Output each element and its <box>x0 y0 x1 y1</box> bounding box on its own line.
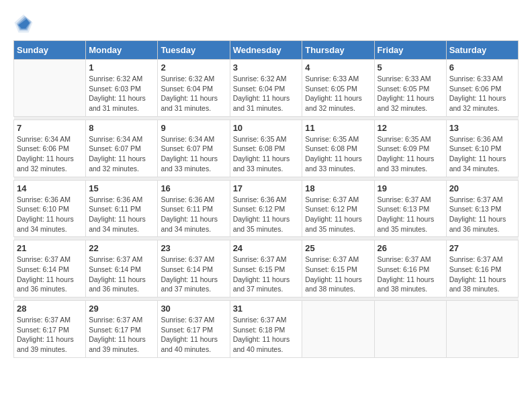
calendar-cell: 28Sunrise: 6:37 AMSunset: 6:17 PMDayligh… <box>14 301 86 358</box>
calendar-cell: 21Sunrise: 6:37 AMSunset: 6:14 PMDayligh… <box>14 240 86 298</box>
day-info: Sunrise: 6:34 AMSunset: 6:07 PMDaylight:… <box>89 134 154 174</box>
calendar-cell: 18Sunrise: 6:37 AMSunset: 6:12 PMDayligh… <box>302 180 374 237</box>
day-info: Sunrise: 6:32 AMSunset: 6:04 PMDaylight:… <box>233 74 300 113</box>
day-number: 30 <box>161 304 226 314</box>
logo-icon <box>13 13 34 34</box>
calendar-cell: 23Sunrise: 6:37 AMSunset: 6:14 PMDayligh… <box>158 240 230 298</box>
calendar-cell <box>374 301 446 358</box>
calendar-week-row: 21Sunrise: 6:37 AMSunset: 6:14 PMDayligh… <box>14 240 519 298</box>
calendar-cell: 27Sunrise: 6:37 AMSunset: 6:16 PMDayligh… <box>446 240 518 298</box>
calendar-cell <box>14 60 86 117</box>
day-number: 17 <box>233 183 300 193</box>
day-number: 25 <box>305 243 371 253</box>
calendar-week-row: 28Sunrise: 6:37 AMSunset: 6:17 PMDayligh… <box>14 301 519 358</box>
calendar-cell: 13Sunrise: 6:36 AMSunset: 6:10 PMDayligh… <box>446 120 518 177</box>
calendar-cell: 12Sunrise: 6:35 AMSunset: 6:09 PMDayligh… <box>374 120 446 177</box>
day-number: 15 <box>89 183 154 193</box>
day-number: 3 <box>233 62 300 73</box>
day-info: Sunrise: 6:36 AMSunset: 6:11 PMDaylight:… <box>89 195 154 234</box>
day-number: 16 <box>161 183 226 193</box>
calendar-cell: 31Sunrise: 6:37 AMSunset: 6:18 PMDayligh… <box>230 301 302 358</box>
day-number: 26 <box>378 243 443 253</box>
calendar-cell: 16Sunrise: 6:36 AMSunset: 6:11 PMDayligh… <box>158 180 230 237</box>
day-number: 1 <box>89 62 154 73</box>
day-info: Sunrise: 6:35 AMSunset: 6:08 PMDaylight:… <box>233 134 300 174</box>
day-number: 11 <box>305 123 371 133</box>
calendar-week-row: 7Sunrise: 6:34 AMSunset: 6:06 PMDaylight… <box>14 120 519 177</box>
day-info: Sunrise: 6:37 AMSunset: 6:17 PMDaylight:… <box>17 315 83 355</box>
calendar-cell: 7Sunrise: 6:34 AMSunset: 6:06 PMDaylight… <box>14 120 86 177</box>
day-info: Sunrise: 6:32 AMSunset: 6:03 PMDaylight:… <box>89 74 154 113</box>
day-info: Sunrise: 6:37 AMSunset: 6:16 PMDaylight:… <box>378 255 443 294</box>
day-info: Sunrise: 6:37 AMSunset: 6:15 PMDaylight:… <box>233 255 300 294</box>
day-info: Sunrise: 6:33 AMSunset: 6:05 PMDaylight:… <box>378 74 443 113</box>
day-info: Sunrise: 6:37 AMSunset: 6:18 PMDaylight:… <box>233 315 300 355</box>
day-info: Sunrise: 6:34 AMSunset: 6:07 PMDaylight:… <box>161 134 226 174</box>
day-number: 31 <box>233 304 300 314</box>
day-info: Sunrise: 6:32 AMSunset: 6:04 PMDaylight:… <box>161 74 226 113</box>
day-info: Sunrise: 6:37 AMSunset: 6:17 PMDaylight:… <box>89 315 154 355</box>
day-info: Sunrise: 6:37 AMSunset: 6:14 PMDaylight:… <box>161 255 226 294</box>
calendar-cell: 17Sunrise: 6:36 AMSunset: 6:12 PMDayligh… <box>230 180 302 237</box>
day-info: Sunrise: 6:36 AMSunset: 6:10 PMDaylight:… <box>17 195 83 234</box>
calendar-cell: 14Sunrise: 6:36 AMSunset: 6:10 PMDayligh… <box>14 180 86 237</box>
day-number: 6 <box>449 62 515 73</box>
day-number: 7 <box>17 123 83 133</box>
day-info: Sunrise: 6:37 AMSunset: 6:16 PMDaylight:… <box>449 255 515 294</box>
weekday-header-sunday: Sunday <box>14 41 86 60</box>
weekday-header-row: SundayMondayTuesdayWednesdayThursdayFrid… <box>14 41 519 60</box>
calendar-cell: 6Sunrise: 6:33 AMSunset: 6:06 PMDaylight… <box>446 60 518 117</box>
calendar-cell: 5Sunrise: 6:33 AMSunset: 6:05 PMDaylight… <box>374 60 446 117</box>
day-number: 21 <box>17 243 83 253</box>
weekday-header-saturday: Saturday <box>446 41 518 60</box>
day-number: 10 <box>233 123 300 133</box>
weekday-header-thursday: Thursday <box>302 41 374 60</box>
calendar-week-row: 1Sunrise: 6:32 AMSunset: 6:03 PMDaylight… <box>14 60 519 117</box>
calendar-cell: 26Sunrise: 6:37 AMSunset: 6:16 PMDayligh… <box>374 240 446 298</box>
day-info: Sunrise: 6:36 AMSunset: 6:11 PMDaylight:… <box>161 195 226 234</box>
calendar-week-row: 14Sunrise: 6:36 AMSunset: 6:10 PMDayligh… <box>14 180 519 237</box>
weekday-header-friday: Friday <box>374 41 446 60</box>
day-info: Sunrise: 6:34 AMSunset: 6:06 PMDaylight:… <box>17 134 83 174</box>
calendar-cell: 8Sunrise: 6:34 AMSunset: 6:07 PMDaylight… <box>86 120 158 177</box>
day-number: 18 <box>305 183 371 193</box>
calendar-cell: 11Sunrise: 6:35 AMSunset: 6:08 PMDayligh… <box>302 120 374 177</box>
day-number: 8 <box>89 123 154 133</box>
calendar-cell: 15Sunrise: 6:36 AMSunset: 6:11 PMDayligh… <box>86 180 158 237</box>
day-info: Sunrise: 6:37 AMSunset: 6:15 PMDaylight:… <box>305 255 371 294</box>
day-info: Sunrise: 6:37 AMSunset: 6:14 PMDaylight:… <box>17 255 83 294</box>
day-number: 29 <box>89 304 154 314</box>
logo <box>13 13 36 34</box>
day-info: Sunrise: 6:33 AMSunset: 6:05 PMDaylight:… <box>305 74 371 113</box>
day-number: 13 <box>449 123 515 133</box>
day-number: 28 <box>17 304 83 314</box>
calendar-cell: 19Sunrise: 6:37 AMSunset: 6:13 PMDayligh… <box>374 180 446 237</box>
day-number: 14 <box>17 183 83 193</box>
day-info: Sunrise: 6:37 AMSunset: 6:17 PMDaylight:… <box>161 315 226 355</box>
day-number: 27 <box>449 243 515 253</box>
calendar-cell <box>302 301 374 358</box>
day-number: 2 <box>161 62 226 73</box>
calendar-cell <box>446 301 518 358</box>
day-info: Sunrise: 6:36 AMSunset: 6:12 PMDaylight:… <box>233 195 300 234</box>
calendar-cell: 25Sunrise: 6:37 AMSunset: 6:15 PMDayligh… <box>302 240 374 298</box>
calendar-cell: 2Sunrise: 6:32 AMSunset: 6:04 PMDaylight… <box>158 60 230 117</box>
day-info: Sunrise: 6:35 AMSunset: 6:08 PMDaylight:… <box>305 134 371 174</box>
calendar-cell: 22Sunrise: 6:37 AMSunset: 6:14 PMDayligh… <box>86 240 158 298</box>
weekday-header-monday: Monday <box>86 41 158 60</box>
day-info: Sunrise: 6:33 AMSunset: 6:06 PMDaylight:… <box>449 74 515 113</box>
calendar-cell: 10Sunrise: 6:35 AMSunset: 6:08 PMDayligh… <box>230 120 302 177</box>
calendar-cell: 20Sunrise: 6:37 AMSunset: 6:13 PMDayligh… <box>446 180 518 237</box>
day-number: 12 <box>378 123 443 133</box>
day-number: 22 <box>89 243 154 253</box>
page-header <box>13 13 519 34</box>
day-number: 23 <box>161 243 226 253</box>
day-info: Sunrise: 6:37 AMSunset: 6:12 PMDaylight:… <box>305 195 371 234</box>
calendar-cell: 1Sunrise: 6:32 AMSunset: 6:03 PMDaylight… <box>86 60 158 117</box>
day-number: 5 <box>378 62 443 73</box>
weekday-header-tuesday: Tuesday <box>158 41 230 60</box>
day-number: 9 <box>161 123 226 133</box>
calendar-cell: 3Sunrise: 6:32 AMSunset: 6:04 PMDaylight… <box>230 60 302 117</box>
day-number: 4 <box>305 62 371 73</box>
calendar-table: SundayMondayTuesdayWednesdayThursdayFrid… <box>13 40 519 358</box>
